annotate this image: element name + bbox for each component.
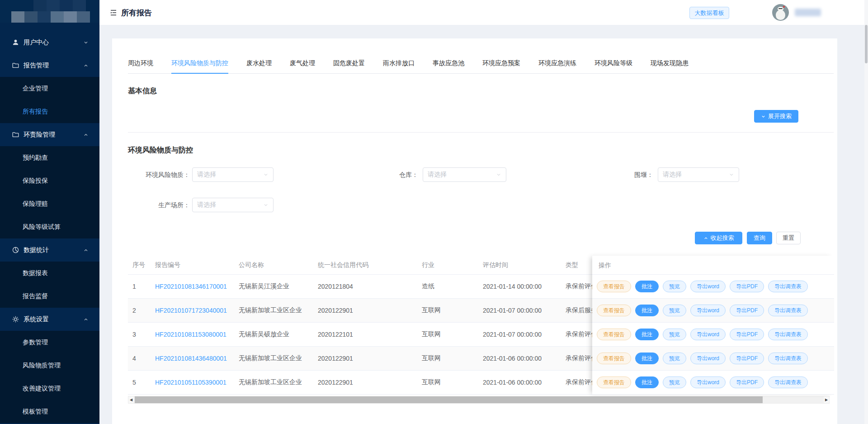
export-pdf-button[interactable]: 导出PDF	[730, 376, 764, 388]
sidebar-item-risk-substance-management[interactable]: 风险物质管理	[0, 354, 99, 377]
preview-button[interactable]: 预览	[663, 353, 686, 364]
export-word-button[interactable]: 导出word	[690, 305, 726, 316]
export-survey-button[interactable]: 导出调查表	[768, 376, 808, 388]
basic-info-title: 基本信息	[128, 86, 157, 96]
view-report-button[interactable]: 查看报告	[597, 281, 631, 292]
export-word-button[interactable]: 导出word	[690, 281, 726, 292]
report-no-link[interactable]: HF202101071723040001	[155, 307, 227, 314]
env-risk-substance-select[interactable]: 请选择	[192, 167, 274, 182]
cell-industry: 造纸	[417, 282, 478, 291]
export-pdf-button[interactable]: 导出PDF	[730, 329, 764, 340]
scrollbar-track[interactable]	[134, 396, 824, 403]
username-censored	[795, 9, 821, 16]
export-survey-button[interactable]: 导出调查表	[768, 329, 808, 340]
cell-industry: 互联网	[417, 354, 478, 362]
sidebar-item-label: 所有报告	[23, 108, 99, 116]
scroll-left-arrow-icon[interactable]: ◀	[128, 396, 134, 403]
export-survey-button[interactable]: 导出调查表	[768, 305, 808, 316]
chevron-down-icon	[83, 40, 89, 45]
preview-button[interactable]: 预览	[663, 329, 686, 340]
annotate-button[interactable]: 批注	[635, 353, 659, 364]
tab-exhaust-gas-treatment[interactable]: 废气处理	[290, 53, 315, 73]
operations-row: 查看报告 批注 预览 导出word 导出PDF 导出调查表	[592, 323, 834, 347]
sidebar-item-user-center[interactable]: 用户中心	[0, 31, 99, 54]
sidebar-item-data-reports[interactable]: 数据报表	[0, 262, 99, 285]
tab-solid-hazardous-waste[interactable]: 固危废处置	[333, 53, 365, 73]
report-no-link[interactable]: HF202101051105390001	[155, 379, 226, 386]
annotate-button[interactable]: 批注	[635, 376, 659, 388]
tab-surrounding-environment[interactable]: 周边环境	[128, 53, 153, 73]
view-report-button[interactable]: 查看报告	[597, 305, 631, 316]
page-title: 所有报告	[121, 8, 152, 18]
sidebar-item-all-reports[interactable]: 所有报告	[0, 100, 99, 123]
preview-button[interactable]: 预览	[663, 281, 686, 292]
operations-row: 查看报告 批注 预览 导出word 导出PDF 导出调查表	[592, 275, 834, 299]
production-site-select[interactable]: 请选择	[192, 198, 274, 212]
sidebar-item-enterprise-management[interactable]: 企业管理	[0, 77, 99, 100]
report-no-link[interactable]: HF202101081436480001	[155, 355, 227, 362]
sidebar-item-parameter-management[interactable]: 参数管理	[0, 331, 99, 354]
export-pdf-button[interactable]: 导出PDF	[730, 305, 764, 316]
annotate-button[interactable]: 批注	[635, 281, 659, 292]
cell-industry: 互联网	[417, 378, 478, 386]
report-no-link[interactable]: HF202101081153080001	[155, 331, 226, 338]
warehouse-select[interactable]: 请选择	[423, 167, 506, 182]
logo-mosaic-block	[73, 0, 86, 12]
tab-onsite-hidden-danger[interactable]: 现场发现隐患	[651, 53, 689, 73]
sidebar-item-data-statistics[interactable]: 数据统计	[0, 238, 99, 262]
sidebar-item-template-management[interactable]: 模板管理	[0, 400, 99, 423]
scrollbar-thumb[interactable]	[135, 396, 763, 403]
sidebar-item-system-settings[interactable]: 系统设置	[0, 308, 99, 331]
tab-env-emergency-plan[interactable]: 环境应急预案	[482, 53, 520, 73]
app-window: 用户中心 报告管理 企业管理 所有报告	[0, 0, 868, 424]
annotate-button[interactable]: 批注	[635, 305, 659, 316]
collapse-search-button[interactable]: 收起搜索	[695, 232, 742, 244]
export-word-button[interactable]: 导出word	[690, 329, 726, 340]
avatar[interactable]	[772, 4, 789, 21]
export-survey-button[interactable]: 导出调查表	[768, 353, 808, 364]
logo-mosaic-block	[64, 11, 77, 23]
sidebar-item-improvement-suggestion-management[interactable]: 改善建议管理	[0, 377, 99, 400]
vertical-scrollbar[interactable]	[864, 0, 868, 424]
expand-search-button[interactable]: 展开搜索	[754, 110, 798, 123]
view-report-button[interactable]: 查看报告	[597, 376, 631, 388]
menu-fold-icon[interactable]	[109, 9, 118, 17]
report-no-link[interactable]: HF202101081346170001	[155, 283, 227, 290]
export-pdf-button[interactable]: 导出PDF	[730, 281, 764, 292]
cell-credit-code: 2020121804	[313, 283, 417, 290]
cofferdam-select[interactable]: 请选择	[658, 167, 739, 182]
chevron-down-icon	[729, 172, 734, 177]
filter-label-env-risk-substance: 环境风险物质：	[112, 167, 190, 182]
export-word-button[interactable]: 导出word	[690, 353, 726, 364]
sidebar-item-label: 风险等级试算	[23, 223, 99, 231]
export-pdf-button[interactable]: 导出PDF	[730, 353, 764, 364]
annotate-button[interactable]: 批注	[635, 329, 659, 340]
sidebar-item-liability-insurance[interactable]: 环责险管理	[0, 123, 99, 146]
sidebar-item-risk-level-calc[interactable]: 风险等级试算	[0, 215, 99, 238]
export-survey-button[interactable]: 导出调查表	[768, 281, 808, 292]
tab-wastewater-treatment[interactable]: 废水处理	[246, 53, 272, 73]
scrollbar-thumb[interactable]	[865, 25, 868, 63]
reset-button[interactable]: 重置	[776, 232, 801, 244]
sidebar-item-insurance-claim[interactable]: 保险理赔	[0, 192, 99, 215]
cell-index: 4	[128, 355, 151, 362]
preview-button[interactable]: 预览	[663, 305, 686, 316]
view-report-button[interactable]: 查看报告	[597, 353, 631, 364]
sidebar-item-report-supervision[interactable]: 报告监督	[0, 285, 99, 308]
tab-env-risk-level[interactable]: 环境风险等级	[594, 53, 632, 73]
tab-env-emergency-drill[interactable]: 环境应急演练	[538, 53, 576, 73]
sidebar-item-insurance-apply[interactable]: 保险投保	[0, 169, 99, 192]
select-placeholder: 请选择	[197, 201, 263, 209]
tab-env-risk-substance-control[interactable]: 环境风险物质与防控	[171, 53, 228, 73]
view-report-button[interactable]: 查看报告	[597, 329, 631, 340]
sidebar-item-report-management[interactable]: 报告管理	[0, 54, 99, 77]
big-data-dashboard-button[interactable]: 大数据看板	[689, 7, 729, 19]
col-header-industry: 行业	[417, 261, 478, 269]
preview-button[interactable]: 预览	[663, 376, 686, 388]
tab-rainwater-outlet[interactable]: 雨水排放口	[383, 53, 415, 73]
query-button[interactable]: 查询	[747, 232, 772, 244]
export-word-button[interactable]: 导出word	[690, 376, 726, 388]
sidebar-item-survey-booking[interactable]: 预约勘查	[0, 146, 99, 169]
tab-accident-emergency-pool[interactable]: 事故应急池	[433, 53, 464, 73]
scroll-right-arrow-icon[interactable]: ▶	[824, 396, 829, 403]
